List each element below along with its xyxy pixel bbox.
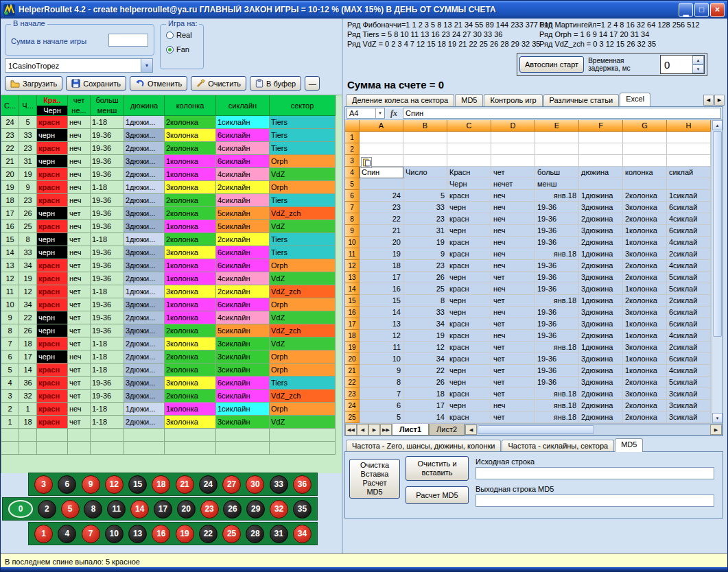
excel-cell-G14[interactable]: 1колонка — [623, 283, 667, 295]
excel-cell-A23[interactable]: 7 — [360, 388, 403, 400]
excel-cell-F23[interactable]: 2дюжина — [579, 388, 623, 400]
excel-cell-C4[interactable]: Красн — [447, 167, 491, 178]
excel-cell-C20[interactable]: красн — [447, 353, 491, 365]
excel-cell-A6[interactable]: 24 — [360, 190, 403, 202]
excel-row-header-1[interactable]: 1 — [345, 132, 360, 143]
excel-cell-E7[interactable]: 19-36 — [535, 202, 579, 213]
excel-cell-F18[interactable]: 2дюжина — [579, 330, 623, 342]
excel-cell-C24[interactable]: черн — [447, 400, 491, 412]
excel-cell-H15[interactable]: 2сиклай — [667, 295, 711, 307]
excel-cell-D17[interactable]: чет — [491, 318, 535, 330]
excel-cell-F6[interactable]: 1дюжина — [579, 190, 623, 202]
md5-clear-paste-calc-button[interactable]: Очистка Вставка Расчет MD5 — [349, 459, 400, 499]
excel-cell-H23[interactable]: 3сиклай — [667, 388, 711, 400]
excel-cell-D22[interactable]: чет — [491, 377, 535, 388]
wheel-number-15[interactable]: 15 — [128, 475, 147, 494]
excel-row-header-6[interactable]: 6 — [345, 190, 360, 202]
excel-cell-C23[interactable]: красн — [447, 388, 491, 400]
excel-cell-G10[interactable]: 1колонка — [623, 237, 667, 248]
spin-row[interactable]: 118краснчет1-182дюжи...3колонка3сиклайнV… — [1, 416, 342, 429]
excel-cell-G6[interactable]: 2колонка — [623, 190, 667, 202]
excel-cell-C12[interactable]: красн — [447, 260, 491, 272]
scrollbar-thumb[interactable] — [713, 131, 722, 337]
excel-cell-E15[interactable]: янв.18 — [535, 295, 579, 307]
excel-cell-G8[interactable]: 2колонка — [623, 213, 667, 225]
excel-horizontal-scrollbar[interactable]: ◀ ▶ — [465, 424, 723, 436]
tab-freq-sixline[interactable]: Частота - сиклайны, сектора — [502, 440, 614, 452]
excel-cell-D6[interactable]: неч — [491, 190, 535, 202]
excel-cell-H13[interactable]: 5сиклай — [667, 272, 711, 283]
hscroll-left-icon[interactable]: ◀ — [465, 425, 477, 435]
excel-cell-H11[interactable]: 2сиклай — [667, 248, 711, 260]
excel-cell-B8[interactable]: 23 — [403, 213, 447, 225]
excel-cell-B10[interactable]: 19 — [403, 237, 447, 248]
wheel-number-4[interactable]: 4 — [58, 525, 76, 543]
excel-cell-F19[interactable]: 1дюжина — [579, 342, 623, 353]
excel-cell-H6[interactable]: 1сиклай — [667, 190, 711, 202]
excel-cell-C13[interactable]: черн — [447, 272, 491, 283]
spin-row[interactable]: 332краснчет19-363дюжи...2колонка6сиклайн… — [1, 390, 342, 403]
excel-cell-F25[interactable]: 2дюжина — [579, 412, 623, 423]
excel-cell-D5[interactable]: нечет — [491, 178, 535, 190]
excel-cell-F3[interactable] — [579, 155, 623, 167]
excel-row-header-22[interactable]: 22 — [345, 377, 360, 388]
excel-cell-A19[interactable]: 11 — [360, 342, 403, 353]
excel-cell-E24[interactable]: янв.18 — [535, 400, 579, 412]
excel-cell-A16[interactable]: 14 — [360, 307, 403, 318]
tab-articles[interactable]: Различные статьи — [543, 94, 620, 106]
excel-cell-E4[interactable]: больш — [535, 167, 579, 178]
paste-options-icon[interactable] — [361, 157, 372, 168]
sheet-list2[interactable]: Лист2 — [429, 424, 465, 436]
excel-cell-C16[interactable]: черн — [447, 307, 491, 318]
excel-cell-D4[interactable]: чет — [491, 167, 535, 178]
excel-cell-E8[interactable]: 19-36 — [535, 213, 579, 225]
excel-row-header-21[interactable]: 21 — [345, 365, 360, 377]
excel-cell-D9[interactable]: неч — [491, 225, 535, 237]
excel-row-header-19[interactable]: 19 — [345, 342, 360, 353]
excel-cell-D24[interactable]: неч — [491, 400, 535, 412]
md5-calc-button[interactable]: Расчет MD5 — [406, 486, 469, 504]
excel-cell-B3[interactable] — [403, 155, 447, 167]
excel-cell-D15[interactable]: чет — [491, 295, 535, 307]
excel-row-header-7[interactable]: 7 — [345, 202, 360, 213]
wheel-number-17[interactable]: 17 — [154, 500, 172, 519]
wheel-number-23[interactable]: 23 — [200, 500, 219, 519]
excel-cell-B6[interactable]: 5 — [403, 190, 447, 202]
scroll-up-icon[interactable]: ▲ — [712, 120, 723, 130]
excel-cell-E1[interactable] — [535, 132, 579, 143]
excel-cell-H16[interactable]: 6сиклай — [667, 307, 711, 318]
spin-row[interactable]: 21красннеч1-181дюжи...1колонка1сиклайнOr… — [1, 403, 342, 416]
excel-cell-A15[interactable]: 15 — [360, 295, 403, 307]
excel-cell-E18[interactable]: 19-36 — [535, 330, 579, 342]
excel-cell-G1[interactable] — [623, 132, 667, 143]
excel-cell-F24[interactable]: 2дюжина — [579, 400, 623, 412]
excel-cell-G23[interactable]: 3колонка — [623, 388, 667, 400]
spin-row[interactable]: 718краснчет1-182дюжи...3колонка3сиклайнV… — [1, 337, 342, 350]
excel-col-header-E[interactable]: E — [535, 120, 579, 132]
excel-row-header-15[interactable]: 15 — [345, 295, 360, 307]
tab-md5[interactable]: MD5 — [455, 94, 483, 106]
wheel-number-0[interactable]: 0 — [8, 500, 33, 518]
excel-cell-D18[interactable]: неч — [491, 330, 535, 342]
excel-select-all[interactable] — [345, 120, 360, 132]
excel-row-header-16[interactable]: 16 — [345, 307, 360, 318]
spin-row[interactable]: 1726чернчет19-363дюжи...2колонка5сиклайн… — [1, 207, 342, 220]
excel-cell-E20[interactable]: 19-36 — [535, 353, 579, 365]
excel-cell-E17[interactable]: 19-36 — [535, 318, 579, 330]
wheel-number-21[interactable]: 21 — [176, 475, 194, 494]
excel-vertical-scrollbar[interactable]: ▲ ▼ — [712, 120, 723, 423]
wheel-number-24[interactable]: 24 — [199, 475, 218, 494]
wheel-number-1[interactable]: 1 — [34, 525, 53, 543]
tab-freq-zero[interactable]: Частота - Zero, шансы, дюжины, колонки — [346, 440, 501, 452]
excel-cell-E16[interactable]: 19-36 — [535, 307, 579, 318]
excel-cell-F8[interactable]: 2дюжина — [579, 213, 623, 225]
excel-cell-C15[interactable]: черн — [447, 295, 491, 307]
excel-cell-B19[interactable]: 12 — [403, 342, 447, 353]
excel-cell-C14[interactable]: красн — [447, 283, 491, 295]
excel-cell-H14[interactable]: 5сиклай — [667, 283, 711, 295]
excel-cell-A4[interactable]: Спин — [360, 167, 403, 178]
cell-reference-box[interactable]: A4 ▼ — [347, 108, 385, 119]
excel-cell-G25[interactable]: 2колонка — [623, 412, 667, 423]
excel-cell-B18[interactable]: 19 — [403, 330, 447, 342]
wheel-number-16[interactable]: 16 — [152, 525, 170, 543]
